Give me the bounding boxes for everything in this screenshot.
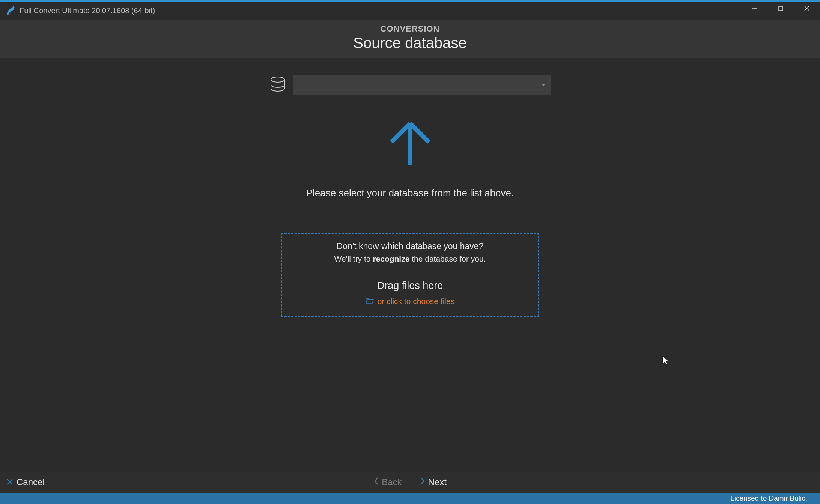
- back-label: Back: [382, 477, 402, 487]
- minimize-button[interactable]: [741, 2, 767, 15]
- window-controls: [741, 2, 820, 15]
- close-icon: [7, 478, 13, 487]
- center-nav: Back Next: [373, 477, 447, 487]
- cancel-label: Cancel: [17, 477, 45, 487]
- arrow-up-icon: [384, 117, 436, 171]
- main-content: Please select your database from the lis…: [0, 58, 820, 472]
- chevron-down-icon: [542, 84, 545, 86]
- statusbar: Licensed to Damir Bulic.: [0, 493, 820, 504]
- dropzone-subtext: We'll try to recognize the database for …: [286, 254, 534, 263]
- dropzone-sub-post: the database for you.: [409, 254, 486, 263]
- helper-text: Please select your database from the lis…: [306, 187, 514, 199]
- dropzone-drag-label: Drag files here: [286, 280, 534, 292]
- dropzone-choose[interactable]: or click to choose files: [366, 297, 454, 306]
- dropzone-sub-strong: recognize: [373, 254, 409, 263]
- close-button[interactable]: [794, 2, 820, 15]
- window-title: Full Convert Ultimate 20.07.1608 (64-bit…: [20, 6, 155, 15]
- header-title: Source database: [0, 35, 820, 51]
- database-icon: [269, 76, 286, 94]
- app-logo-icon: [5, 5, 16, 16]
- back-button[interactable]: Back: [373, 477, 402, 487]
- titlebar: Full Convert Ultimate 20.07.1608 (64-bit…: [0, 2, 820, 20]
- footer-nav: Cancel Back Next: [0, 472, 820, 493]
- svg-rect-1: [779, 6, 783, 11]
- dropzone-choose-link: or click to choose files: [378, 297, 454, 306]
- dropzone[interactable]: Don't know which database you have? We'l…: [281, 233, 539, 317]
- database-select[interactable]: [293, 75, 551, 95]
- cancel-button[interactable]: Cancel: [7, 477, 45, 487]
- license-text: Licensed to Damir Bulic.: [730, 494, 807, 502]
- maximize-button[interactable]: [767, 2, 794, 15]
- dropzone-question: Don't know which database you have?: [286, 241, 534, 251]
- folder-open-icon: [366, 297, 374, 306]
- page-header: CONVERSION Source database: [0, 20, 820, 58]
- header-eyebrow: CONVERSION: [0, 24, 820, 34]
- next-button[interactable]: Next: [420, 477, 447, 487]
- dropzone-sub-pre: We'll try to: [334, 254, 373, 263]
- database-select-row: [269, 75, 551, 95]
- chevron-right-icon: [420, 477, 425, 487]
- next-label: Next: [428, 477, 447, 487]
- chevron-left-icon: [373, 477, 379, 487]
- svg-point-4: [271, 77, 284, 82]
